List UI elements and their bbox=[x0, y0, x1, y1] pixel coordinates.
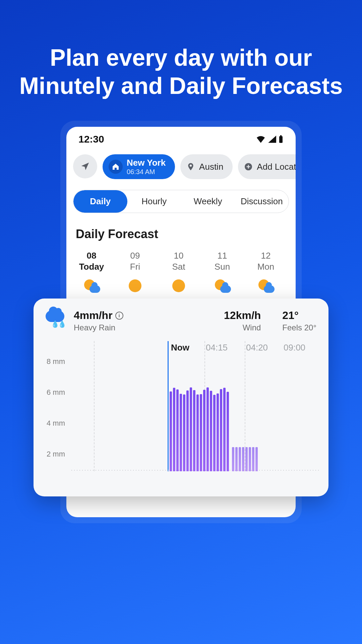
precip-bar bbox=[186, 390, 189, 471]
location-row: New York 06:34 AM Austin Add Locati bbox=[66, 148, 296, 182]
weather-icon bbox=[126, 279, 144, 297]
current-location-button[interactable] bbox=[73, 154, 97, 178]
precip-bar bbox=[242, 447, 244, 471]
forecast-tabs: Daily Hourly Weekly Discussion bbox=[73, 190, 289, 213]
tab-daily[interactable]: Daily bbox=[73, 190, 127, 213]
precip-bar bbox=[249, 447, 251, 471]
wind-value: 12km/h bbox=[224, 309, 261, 322]
chart-y-axis: 8 mm 6 mm 4 mm 2 mm bbox=[34, 355, 70, 475]
status-time: 12:30 bbox=[78, 133, 104, 145]
y-tick: 4 mm bbox=[34, 419, 70, 428]
precip-bar bbox=[176, 389, 179, 471]
section-title: Daily Forecast bbox=[66, 213, 296, 251]
precip-bar bbox=[203, 390, 205, 471]
location-pill-newyork[interactable]: New York 06:34 AM bbox=[103, 154, 175, 179]
precip-bar bbox=[210, 391, 212, 471]
location-pill-austin[interactable]: Austin bbox=[180, 154, 233, 179]
precip-bar bbox=[220, 389, 222, 471]
location-name: New York bbox=[127, 158, 166, 168]
day-number: 08 bbox=[70, 251, 113, 261]
weather-icon bbox=[170, 279, 187, 297]
precip-bar bbox=[255, 447, 258, 471]
plus-circle-icon bbox=[244, 162, 253, 171]
status-icons bbox=[256, 135, 284, 143]
day-name: Sun bbox=[200, 262, 244, 272]
feels-like: Feels 20° bbox=[282, 323, 316, 332]
battery-icon bbox=[278, 135, 284, 143]
add-location-button[interactable]: Add Locati bbox=[238, 154, 296, 179]
day-number: 12 bbox=[244, 251, 288, 261]
x-label: 04:15 bbox=[206, 342, 246, 353]
weather-icon bbox=[214, 279, 231, 297]
chart-now-line bbox=[168, 341, 169, 471]
day-number: 10 bbox=[157, 251, 200, 261]
x-label: 04:20 bbox=[246, 342, 286, 353]
minutely-forecast-card: 💧💧 4mm/hr i Heavy Rain 12km/h Wind 21° F… bbox=[34, 299, 328, 496]
precip-bar bbox=[235, 447, 238, 471]
precip-bar bbox=[183, 394, 185, 471]
location-name: Austin bbox=[199, 162, 223, 172]
weather-icon bbox=[257, 279, 275, 297]
precip-bar bbox=[200, 394, 202, 471]
y-tick: 8 mm bbox=[34, 357, 70, 366]
home-icon bbox=[109, 160, 123, 174]
temp-value: 21° bbox=[282, 309, 316, 322]
precip-bar bbox=[196, 394, 199, 471]
precip-bar bbox=[239, 447, 241, 471]
minutely-header: 💧💧 4mm/hr i Heavy Rain 12km/h Wind 21° F… bbox=[34, 308, 328, 338]
precip-bar bbox=[227, 392, 229, 471]
precip-bar bbox=[193, 390, 195, 471]
heavy-rain-icon: 💧💧 bbox=[46, 309, 66, 328]
day-name: Fri bbox=[113, 262, 157, 272]
tab-discussion[interactable]: Discussion bbox=[235, 190, 289, 213]
svg-rect-1 bbox=[280, 135, 282, 136]
location-time: 06:34 AM bbox=[127, 168, 166, 176]
wifi-icon bbox=[256, 136, 265, 143]
precip-bar bbox=[213, 395, 216, 471]
pin-icon bbox=[186, 162, 195, 171]
day-number: 11 bbox=[200, 251, 244, 261]
day-name: Mon bbox=[244, 262, 288, 272]
x-label: 09:00 bbox=[284, 342, 324, 353]
precip-bar bbox=[173, 388, 175, 471]
signal-icon bbox=[267, 136, 276, 143]
precip-bar bbox=[206, 387, 209, 471]
precip-bar bbox=[217, 393, 219, 471]
chart-gridline bbox=[94, 341, 95, 471]
precip-condition: Heavy Rain bbox=[74, 323, 123, 332]
chart-bars bbox=[232, 447, 258, 471]
day-number: 1 bbox=[288, 251, 296, 261]
precip-rate: 4mm/hr i bbox=[74, 309, 123, 322]
precip-bar bbox=[232, 447, 234, 471]
y-tick: 6 mm bbox=[34, 388, 70, 397]
tab-weekly[interactable]: Weekly bbox=[181, 190, 235, 213]
precip-bar bbox=[180, 394, 182, 471]
precip-bar bbox=[170, 391, 172, 472]
day-name: Sat bbox=[157, 262, 200, 272]
chart-bars bbox=[170, 387, 229, 471]
x-label-now: Now bbox=[171, 342, 211, 353]
hero-title: Plan every day with our Minutely and Dai… bbox=[0, 0, 362, 100]
day-name: Today bbox=[70, 262, 113, 272]
svg-rect-0 bbox=[279, 136, 283, 143]
day-number: 09 bbox=[113, 251, 157, 261]
tab-hourly[interactable]: Hourly bbox=[127, 190, 181, 213]
precip-bar bbox=[223, 388, 226, 471]
location-arrow-icon bbox=[80, 161, 90, 171]
precip-bar bbox=[190, 387, 192, 471]
info-icon[interactable]: i bbox=[115, 312, 123, 320]
weather-icon bbox=[83, 279, 100, 297]
add-location-label: Add Locati bbox=[257, 162, 296, 172]
day-name: Tu bbox=[288, 262, 296, 272]
wind-label: Wind bbox=[224, 323, 261, 332]
y-tick: 2 mm bbox=[34, 450, 70, 459]
minutely-chart[interactable]: 8 mm 6 mm 4 mm 2 mm Now 04:15 04:20 09:0… bbox=[34, 341, 328, 485]
chart-plot: Now 04:15 04:20 09:00 bbox=[70, 341, 320, 479]
precip-bar bbox=[252, 447, 254, 471]
status-bar: 12:30 bbox=[66, 127, 296, 148]
precip-bar bbox=[245, 447, 248, 471]
